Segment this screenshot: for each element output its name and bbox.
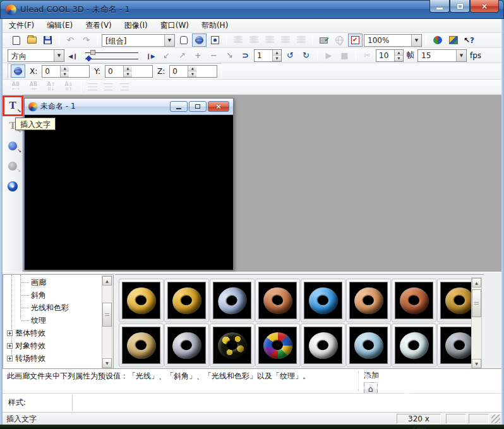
gallery-item-black-yellow-camo-torus[interactable] [210,323,255,367]
loop-button[interactable] [283,49,297,62]
document-maximize-button[interactable] [189,101,207,112]
scroll-up-icon[interactable]: ▲ [472,278,481,287]
tree-item-整体特效[interactable]: 整体特效 [4,327,101,339]
align-left-button[interactable] [85,80,100,94]
scroll-up-icon[interactable]: ▲ [102,276,112,286]
remove-keyframe-button[interactable] [207,49,221,62]
spin-up-icon[interactable]: ▲ [61,66,69,71]
direction-combo[interactable]: 方向 ▼ [8,49,64,62]
document-minimize-button[interactable] [170,101,188,112]
step-forward-button[interactable] [143,49,158,62]
zoom-combo[interactable]: 100% ▼ [364,34,422,47]
spinner-arrows[interactable]: ▲▼ [60,66,69,77]
object-mode-button-2[interactable] [246,33,261,47]
export-web-button[interactable] [430,33,445,47]
gallery-item-stained-glass-torus[interactable] [255,323,300,367]
save-button[interactable] [40,33,55,47]
play-button[interactable] [321,49,336,62]
maximize-button[interactable] [450,0,470,13]
spin-down-icon[interactable]: ▼ [124,71,132,77]
spinner-arrows[interactable]: ▲▼ [188,66,196,77]
spin-down-icon[interactable]: ▼ [273,56,281,61]
media-disc-button[interactable] [4,178,21,195]
scroll-down-icon[interactable]: ▼ [472,359,481,368]
new-button[interactable] [9,33,23,47]
object-mode-button-3[interactable] [262,33,277,47]
first-frame-button[interactable] [159,49,174,62]
total-frames-spinner[interactable]: 10 ▲▼ [376,49,404,62]
slider-thumb-box[interactable] [90,50,95,55]
gallery-item-rust-carved-torus[interactable] [392,279,436,322]
trim-button[interactable] [360,49,375,62]
web-preview-button[interactable] [332,33,347,47]
gallery-item-gold-nugget-torus[interactable] [119,323,164,367]
gallery-item-gold-double-ring-torus[interactable] [164,279,209,322]
context-help-button[interactable]: ↖? [462,33,476,47]
object-mode-button-1[interactable] [231,33,245,47]
step-back-button[interactable] [66,49,80,62]
redo-button[interactable] [79,33,93,47]
spin-down-icon[interactable]: ▼ [395,56,403,61]
x-spinner[interactable]: 0 ▲▼ [42,65,90,78]
quality-check-button[interactable] [316,33,331,47]
open-button[interactable] [25,33,39,47]
render-canvas[interactable] [27,115,231,268]
reverse-button[interactable] [238,49,253,62]
document-title-bar[interactable]: 未命名 - 1 × [25,99,233,115]
expand-plus-icon[interactable] [7,330,13,336]
chevron-down-icon[interactable]: ▼ [54,50,64,61]
z-spinner[interactable]: 0 ▲▼ [169,65,217,78]
stop-button[interactable] [337,49,352,62]
gallery-item-white-ceramic-torus[interactable] [301,323,345,367]
spinner-arrows[interactable]: ▲▼ [272,50,281,61]
scrollbar-thumb[interactable] [102,303,112,327]
menu-file[interactable]: 文件(F) [3,18,40,33]
object-group-combo[interactable]: [组合] ▼ [102,34,175,47]
spinner-arrows[interactable]: ▲▼ [394,50,403,61]
tree-item-纹理[interactable]: 纹理 [4,314,101,327]
gallery-item-steel-blue-torus[interactable] [210,279,255,322]
gallery-item-terracotta-torus[interactable] [346,279,391,322]
expand-plus-icon[interactable] [7,356,13,361]
scroll-down-icon[interactable]: ▼ [102,358,112,368]
spin-up-icon[interactable]: ▲ [188,66,196,71]
resize-grip[interactable] [491,414,500,423]
rotate-mode-button[interactable] [11,64,25,78]
menu-image[interactable]: 图像(I) [118,18,154,33]
spin-up-icon[interactable]: ▲ [395,50,403,56]
minimize-button[interactable] [429,0,450,13]
menu-help[interactable]: 帮助(H) [195,18,234,33]
object-mode-button-4[interactable] [278,33,292,47]
dialog-toggle-button[interactable] [348,33,363,47]
tree-item-斜角[interactable]: 斜角 [4,289,101,301]
spin-down-icon[interactable]: ▼ [188,71,196,77]
keyframe-sliders[interactable] [81,49,142,62]
tree-scrollbar[interactable]: ▲ ▼ [102,275,112,368]
export-image-button[interactable] [446,33,460,47]
move-keyframe-button[interactable] [222,49,237,62]
kerning-condense-button[interactable]: AB→← [25,80,42,94]
close-button[interactable]: × [470,0,499,13]
baseline-up-button[interactable]: A↑B↓ [43,80,59,94]
fps-combo[interactable]: 15 ▼ [417,49,467,62]
scrollbar-thumb[interactable] [472,289,481,317]
menu-window[interactable]: 窗口(W) [154,18,195,33]
spin-up-icon[interactable]: ▲ [273,50,281,56]
current-frame-spinner[interactable]: 1 ▲▼ [254,49,282,62]
expand-plus-icon[interactable] [7,343,13,349]
baseline-down-button[interactable]: A↓B↑ [61,80,77,94]
gallery-item-blue-droplet-torus[interactable] [301,279,345,322]
gallery-scrollbar[interactable]: ▲ ▼ [471,277,482,369]
menu-view[interactable]: 查看(V) [79,18,118,33]
tree-item-光线和色彩[interactable]: 光线和色彩 [4,301,101,314]
gallery-item-white-teal-torus[interactable] [392,323,436,367]
spinner-arrows[interactable]: ▲▼ [123,66,132,77]
spin-down-icon[interactable]: ▼ [61,71,69,77]
chevron-down-icon[interactable]: ▼ [456,50,466,61]
orbit-loop-button[interactable] [299,49,313,62]
slider-thumb-diamond[interactable] [86,55,92,61]
edit-graphics-button[interactable] [4,158,21,174]
add-keyframe-button[interactable] [191,49,205,62]
tree-item-对象特效[interactable]: 对象特效 [4,339,101,352]
y-spinner[interactable]: 0 ▲▼ [105,65,153,78]
